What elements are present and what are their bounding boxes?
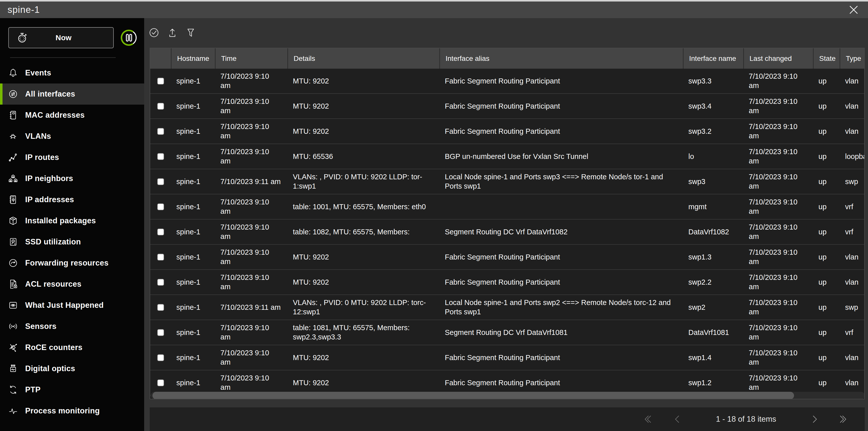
close-icon xyxy=(848,4,860,15)
sidebar-item-label: VLANs xyxy=(25,132,51,141)
table-row[interactable]: spine-1 7/10/2023 9:10 am MTU: 9202 Fabr… xyxy=(150,269,865,294)
horizontal-scrollbar-track[interactable] xyxy=(151,392,865,399)
col-header-details[interactable]: Details xyxy=(287,48,439,69)
sidebar-item-what-just-happened[interactable]: What Just Happened xyxy=(0,295,144,316)
table-row[interactable]: spine-1 7/10/2023 9:10 am MTU: 9202 Fabr… xyxy=(150,119,865,143)
cell-interface-alias: Local Node spine-1 and Ports swp2 <==> R… xyxy=(439,295,683,320)
row-checkbox[interactable] xyxy=(157,254,164,261)
col-header-type[interactable]: Type xyxy=(840,48,865,69)
sidebar-item-label: Events xyxy=(25,68,51,77)
row-checkbox[interactable] xyxy=(157,379,164,386)
sidebar-item-ptp[interactable]: PTP xyxy=(0,379,144,400)
sidebar-item-label: IP routes xyxy=(25,153,59,162)
cell-type: vrf xyxy=(840,194,865,219)
bell-icon xyxy=(7,67,19,78)
row-checkbox[interactable] xyxy=(157,229,164,235)
cell-last-changed: 7/10/2023 9:10 am xyxy=(743,270,813,294)
table-row[interactable]: spine-1 7/10/2023 9:10 am MTU: 9202 Fabr… xyxy=(150,345,865,370)
sidebar-item-acl-resources[interactable]: ACL resources xyxy=(0,274,144,295)
export-upload-icon[interactable] xyxy=(166,27,178,38)
sidebar-item-label: What Just Happened xyxy=(25,301,104,310)
table-header-row: Hostname Time Details Interface alias In… xyxy=(150,48,865,69)
sidebar-item-ssd-utilization[interactable]: SSD utilization xyxy=(0,231,144,253)
filter-funnel-icon[interactable] xyxy=(185,27,196,38)
sidebar-item-all-interfaces[interactable]: All interfaces xyxy=(0,84,144,105)
cell-interface-alias: Segment Routing DC Vrf DataVrf1082 xyxy=(439,220,683,244)
cell-details: MTU: 65536 xyxy=(287,144,439,169)
sidebar-item-events[interactable]: Events xyxy=(0,62,144,84)
cell-details: MTU: 9202 xyxy=(287,270,439,294)
cell-hostname: spine-1 xyxy=(171,370,215,395)
row-checkbox[interactable] xyxy=(157,329,164,336)
table-row[interactable]: spine-1 7/10/2023 9:10 am MTU: 9202 Fabr… xyxy=(150,93,865,119)
cell-type: vlan xyxy=(840,345,865,370)
select-check-icon[interactable] xyxy=(148,27,160,38)
cell-interface-alias: Fabric Segment Routing Participant xyxy=(439,345,683,370)
cell-interface-alias: Segment Routing DC Vrf DataVrf1081 xyxy=(439,320,683,345)
pagination-first-page-icon[interactable] xyxy=(642,413,653,425)
pause-refresh-button[interactable] xyxy=(120,29,137,46)
row-checkbox[interactable] xyxy=(157,103,164,110)
cell-interface-alias: Fabric Segment Routing Participant xyxy=(439,370,683,395)
cell-interface-name: swp3.3 xyxy=(683,69,743,93)
sidebar-item-mac-addresses[interactable]: MAC addresses xyxy=(0,105,144,126)
col-header-interface-name[interactable]: Interface name xyxy=(683,48,743,69)
cell-details: table: 1001, MTU: 65575, Members: eth0 xyxy=(287,194,439,219)
table-row[interactable]: spine-1 7/10/2023 9:10 am MTU: 65536 BGP… xyxy=(150,143,865,169)
ipaddr-icon xyxy=(7,194,19,205)
cell-state: up xyxy=(813,245,840,269)
row-checkbox[interactable] xyxy=(157,304,164,311)
cell-hostname: spine-1 xyxy=(171,69,215,93)
sidebar-item-vlans[interactable]: VLANs xyxy=(0,126,144,147)
sidebar-item-ip-neighbors[interactable]: IP neighbors xyxy=(0,168,144,189)
table-row[interactable]: spine-1 7/10/2023 9:10 am MTU: 9202 Fabr… xyxy=(150,69,865,93)
row-checkbox[interactable] xyxy=(157,203,164,210)
close-button[interactable] xyxy=(846,2,862,18)
sidebar-item-label: SSD utilization xyxy=(25,237,81,246)
col-header-hostname[interactable]: Hostname xyxy=(171,48,215,69)
table-toolbar xyxy=(148,27,196,38)
sidebar-item-roce-counters[interactable]: RoCE counters xyxy=(0,337,144,358)
col-header-state[interactable]: State xyxy=(813,48,840,69)
roce-icon xyxy=(7,342,19,353)
table-row[interactable]: spine-1 7/10/2023 9:11 am VLANs: , PVID:… xyxy=(150,169,865,194)
cell-hostname: spine-1 xyxy=(171,295,215,320)
neighbors-icon xyxy=(7,173,19,184)
cell-type: swp xyxy=(840,295,865,320)
sidebar-item-sensors[interactable]: Sensors xyxy=(0,316,144,337)
table-row[interactable]: spine-1 7/10/2023 9:10 am table: 1081, M… xyxy=(150,320,865,345)
sidebar-item-installed-packages[interactable]: Installed packages xyxy=(0,210,144,231)
pagination-last-page-icon[interactable] xyxy=(838,413,849,425)
table-row[interactable]: spine-1 7/10/2023 9:10 am MTU: 9202 Fabr… xyxy=(150,370,865,395)
time-range-now-button[interactable]: Now xyxy=(8,27,114,48)
table-row[interactable]: spine-1 7/10/2023 9:10 am table: 1082, M… xyxy=(150,219,865,244)
table-row[interactable]: spine-1 7/10/2023 9:10 am table: 1001, M… xyxy=(150,194,865,219)
table-row[interactable]: spine-1 7/10/2023 9:10 am MTU: 9202 Fabr… xyxy=(150,244,865,269)
pagination-next-page-icon[interactable] xyxy=(809,413,820,425)
cell-state: up xyxy=(813,295,840,320)
row-checkbox[interactable] xyxy=(157,178,164,185)
col-header-last-changed[interactable]: Last changed xyxy=(743,48,813,69)
row-checkbox[interactable] xyxy=(157,128,164,135)
sidebar-item-label: RoCE counters xyxy=(25,343,83,352)
col-header-time[interactable]: Time xyxy=(215,48,287,69)
row-checkbox[interactable] xyxy=(157,78,164,85)
stopwatch-icon xyxy=(16,31,29,44)
table-row[interactable]: spine-1 7/10/2023 9:11 am VLANs: , PVID:… xyxy=(150,294,865,320)
cell-details: MTU: 9202 xyxy=(287,94,439,119)
sidebar-item-process-monitoring[interactable]: Process monitoring xyxy=(0,400,144,422)
col-header-select xyxy=(150,48,171,69)
col-header-interface-alias[interactable]: Interface alias xyxy=(439,48,683,69)
sidebar-item-forwarding-resources[interactable]: Forwarding resources xyxy=(0,253,144,274)
horizontal-scrollbar-thumb[interactable] xyxy=(152,392,794,399)
sidebar-item-ip-addresses[interactable]: IP addresses xyxy=(0,189,144,210)
row-checkbox[interactable] xyxy=(157,153,164,160)
pagination-previous-page-icon[interactable] xyxy=(672,413,683,425)
cell-time: 7/10/2023 9:10 am xyxy=(215,245,287,269)
cell-time: 7/10/2023 9:10 am xyxy=(215,69,287,93)
sidebar-item-ip-routes[interactable]: IP routes xyxy=(0,147,144,168)
sidebar-item-digital-optics[interactable]: Digital optics xyxy=(0,358,144,379)
row-checkbox[interactable] xyxy=(157,354,164,361)
row-checkbox[interactable] xyxy=(157,279,164,286)
cell-time: 7/10/2023 9:10 am xyxy=(215,194,287,219)
